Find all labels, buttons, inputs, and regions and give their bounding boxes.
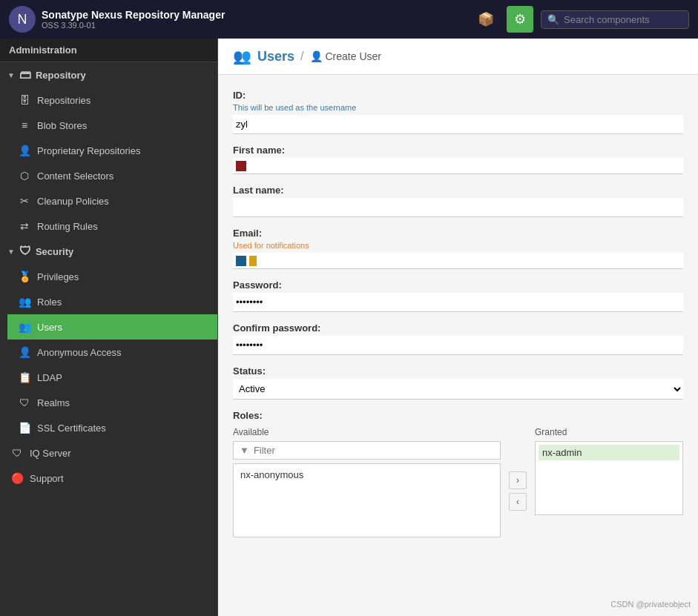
users-icon: 👥 bbox=[18, 320, 31, 334]
settings-button[interactable]: ⚙ bbox=[507, 6, 533, 33]
status-field: Status: Active Disabled bbox=[233, 365, 683, 400]
firstname-input[interactable] bbox=[249, 160, 680, 171]
sidebar-item-proprietary-repositories[interactable]: 👤 Proprietary Repositories bbox=[7, 138, 217, 163]
sidebar-item-routing-label: Routing Rules bbox=[37, 221, 98, 232]
breadcrumb-users-icon: 👥 bbox=[233, 47, 251, 65]
sidebar-item-blob-stores[interactable]: ≡ Blob Stores bbox=[7, 113, 217, 138]
search-box[interactable]: 🔍 bbox=[541, 10, 689, 29]
blob-stores-icon: ≡ bbox=[18, 119, 31, 132]
sidebar-item-roles[interactable]: 👥 Roles bbox=[7, 289, 217, 314]
firstname-field: First name: bbox=[233, 145, 683, 174]
watermark: CSDN @privateobject bbox=[610, 600, 691, 609]
id-input[interactable] bbox=[233, 115, 683, 134]
lastname-input[interactable] bbox=[233, 198, 683, 217]
sidebar: Administration ▼ 🗃 Repository 🗄 Reposito… bbox=[0, 39, 218, 616]
sidebar-item-anonymous-access[interactable]: 👤 Anonymous Access bbox=[7, 340, 217, 365]
role-transfer-buttons: › ‹ bbox=[507, 471, 529, 511]
sidebar-item-users[interactable]: 👥 Users bbox=[7, 314, 217, 340]
app-title-group: Sonatype Nexus Repository Manager OSS 3.… bbox=[42, 9, 225, 30]
repository-children: 🗄 Repositories ≡ Blob Stores 👤 Proprieta… bbox=[0, 87, 217, 239]
password-input[interactable] bbox=[233, 293, 683, 312]
filter-input[interactable] bbox=[254, 445, 494, 456]
app-header: N Sonatype Nexus Repository Manager OSS … bbox=[0, 0, 698, 39]
granted-roles-list: nx-admin bbox=[535, 441, 683, 515]
admin-section-header: Administration bbox=[0, 39, 217, 62]
email-hint: Used for notifications bbox=[233, 241, 683, 250]
sidebar-item-iq-label: IQ Server bbox=[30, 448, 71, 459]
sidebar-item-realms[interactable]: 🛡 Realms bbox=[7, 390, 217, 415]
sidebar-item-roles-label: Roles bbox=[37, 297, 62, 308]
sidebar-item-ssl-label: SSL Certificates bbox=[37, 423, 106, 434]
granted-role-nx-admin[interactable]: nx-admin bbox=[539, 445, 679, 460]
firstname-label: First name: bbox=[233, 145, 683, 156]
breadcrumb-title: Users bbox=[257, 49, 294, 64]
sidebar-group-repository[interactable]: ▼ 🗃 Repository bbox=[0, 62, 217, 87]
granted-label: Granted bbox=[535, 427, 683, 437]
email-input[interactable] bbox=[260, 255, 680, 266]
sidebar-item-proprietary-label: Proprietary Repositories bbox=[37, 145, 140, 156]
breadcrumb-sub-label: Create User bbox=[326, 50, 381, 62]
email-color-indicator bbox=[236, 256, 246, 266]
confirm-password-field: Confirm password: bbox=[233, 322, 683, 355]
email-field: Email: Used for notifications bbox=[233, 228, 683, 269]
repo-group-icon: 🗃 bbox=[19, 68, 31, 82]
sidebar-item-repositories[interactable]: 🗄 Repositories bbox=[7, 87, 217, 113]
available-roles-col: Available ▼ nx-anonymous bbox=[233, 427, 501, 537]
status-select[interactable]: Active Disabled bbox=[233, 379, 683, 400]
ssl-icon: 📄 bbox=[18, 421, 31, 434]
ldap-icon: 📋 bbox=[18, 371, 31, 384]
filter-icon: ▼ bbox=[240, 445, 249, 456]
sidebar-item-privileges[interactable]: 🏅 Privileges bbox=[7, 264, 217, 289]
firstname-color-indicator bbox=[236, 161, 246, 171]
password-label: Password: bbox=[233, 279, 683, 291]
available-role-nx-anonymous[interactable]: nx-anonymous bbox=[237, 467, 497, 483]
sidebar-item-cleanup-policies[interactable]: ✂ Cleanup Policies bbox=[7, 188, 217, 213]
status-label: Status: bbox=[233, 365, 683, 377]
browse-button[interactable]: 📦 bbox=[473, 6, 499, 33]
search-icon: 🔍 bbox=[547, 14, 559, 25]
sidebar-item-realms-label: Realms bbox=[37, 397, 70, 408]
available-roles-list: nx-anonymous bbox=[233, 463, 501, 537]
confirm-password-label: Confirm password: bbox=[233, 322, 683, 334]
sidebar-group-security-label: Security bbox=[36, 246, 73, 257]
sidebar-item-ssl-certificates[interactable]: 📄 SSL Certificates bbox=[7, 415, 217, 440]
email-input-wrapper bbox=[233, 253, 683, 269]
id-hint: This will be used as the username bbox=[233, 103, 683, 112]
sidebar-item-ldap[interactable]: 📋 LDAP bbox=[7, 365, 217, 390]
sidebar-item-repositories-label: Repositories bbox=[37, 95, 90, 106]
confirm-password-input[interactable] bbox=[233, 336, 683, 355]
main-layout: Administration ▼ 🗃 Repository 🗄 Reposito… bbox=[0, 39, 698, 616]
app-name: Sonatype Nexus Repository Manager bbox=[42, 9, 225, 21]
sidebar-item-anonymous-label: Anonymous Access bbox=[37, 347, 121, 358]
sidebar-item-privileges-label: Privileges bbox=[37, 271, 79, 282]
sidebar-item-content-selectors[interactable]: ⬡ Content Selectors bbox=[7, 163, 217, 188]
search-input[interactable] bbox=[564, 14, 682, 25]
revoke-role-button[interactable]: ‹ bbox=[509, 493, 527, 511]
content-area: 👥 Users / 👤 Create User ID: This will be… bbox=[218, 39, 698, 616]
email-label: Email: bbox=[233, 228, 683, 239]
sidebar-group-repository-label: Repository bbox=[36, 70, 86, 81]
sidebar-item-iq-server[interactable]: 🛡 IQ Server bbox=[0, 440, 217, 466]
support-icon: 🔴 bbox=[10, 471, 24, 485]
sidebar-item-support[interactable]: 🔴 Support bbox=[0, 466, 217, 491]
logo-area: N Sonatype Nexus Repository Manager OSS … bbox=[9, 6, 225, 33]
content-selectors-icon: ⬡ bbox=[18, 169, 31, 182]
iq-server-icon: 🛡 bbox=[10, 446, 24, 460]
sidebar-item-content-selectors-label: Content Selectors bbox=[37, 170, 113, 182]
create-user-icon: 👤 bbox=[310, 50, 323, 62]
grant-role-button[interactable]: › bbox=[509, 471, 527, 489]
email-color-indicator2 bbox=[249, 256, 257, 266]
breadcrumb: 👥 Users / 👤 Create User bbox=[218, 39, 698, 75]
triangle-repository: ▼ bbox=[7, 71, 15, 79]
sidebar-item-ldap-label: LDAP bbox=[37, 372, 62, 383]
sidebar-group-security[interactable]: ▼ 🛡 Security bbox=[0, 239, 217, 264]
security-group-icon: 🛡 bbox=[19, 245, 31, 258]
filter-box[interactable]: ▼ bbox=[233, 441, 501, 460]
password-field: Password: bbox=[233, 279, 683, 312]
anonymous-icon: 👤 bbox=[18, 345, 31, 359]
breadcrumb-sub: 👤 Create User bbox=[310, 50, 381, 62]
sidebar-item-routing-rules[interactable]: ⇄ Routing Rules bbox=[7, 213, 217, 239]
breadcrumb-separator: / bbox=[300, 50, 303, 63]
sidebar-item-cleanup-label: Cleanup Policies bbox=[37, 196, 109, 207]
privileges-icon: 🏅 bbox=[18, 270, 31, 283]
